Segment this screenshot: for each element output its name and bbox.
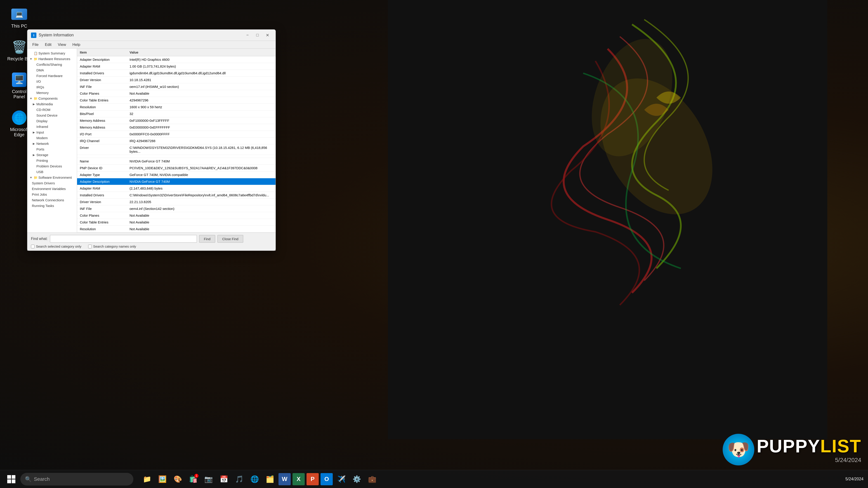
table-cell-value: NVIDIA GeForce GT 740M — [127, 158, 276, 165]
tree-problem-devices[interactable]: Problem Devices — [27, 163, 77, 169]
taskbar-app-camera[interactable]: 📷 — [202, 473, 215, 486]
tree-print-jobs[interactable]: Print Jobs — [27, 192, 77, 197]
table-row[interactable]: I/O Port0x0000FFC0-0x0000FFFF — [77, 131, 276, 138]
taskbar-app-vpn[interactable]: ✈️ — [335, 473, 348, 486]
table-row[interactable]: Bits/Pixel32 — [77, 110, 276, 117]
taskbar-app-browser[interactable]: 🌐 — [248, 473, 261, 486]
minimize-button[interactable]: − — [243, 32, 252, 39]
tree-components[interactable]: ▼ 📁 Components — [27, 96, 77, 101]
table-cell-value: 0xF1000000-0xF13FFFFF — [127, 117, 276, 124]
table-row[interactable]: Color PlanesNot Available — [77, 90, 276, 97]
maximize-button[interactable]: □ — [253, 32, 262, 39]
table-row[interactable]: PNP Device IDPCI\VEN_10DE&DEV_1292&SUBSY… — [77, 165, 276, 171]
tree-conflicts[interactable]: Conflicts/Sharing — [27, 62, 77, 67]
table-row[interactable]: IRQ ChannelIRQ 4294967288 — [77, 138, 276, 144]
tree-network-conn[interactable]: Network Connections — [27, 197, 77, 203]
this-pc-icon[interactable]: 💻 This PC — [4, 4, 34, 31]
tree-cdrom[interactable]: CD-ROM — [27, 107, 77, 112]
table-row[interactable]: Color Table Entries4294967296 — [77, 97, 276, 104]
table-cell-item: I/O Port — [77, 131, 127, 138]
find-input[interactable] — [50, 235, 197, 242]
tree-input[interactable]: ▶ Input — [27, 129, 77, 135]
table-row[interactable]: Adapter TypeGeForce GT 740M, NVIDIA comp… — [77, 171, 276, 178]
tree-infrared[interactable]: Infrared — [27, 124, 77, 129]
taskbar-app-excel[interactable]: X — [292, 473, 305, 485]
table-row[interactable]: Resolution1600 x 900 x 59 hertz — [77, 104, 276, 110]
tree-sound-device[interactable]: Sound Device — [27, 112, 77, 118]
tree-system-summary[interactable]: 📋 System Summary — [27, 51, 77, 56]
tree-label: Environment Variables — [32, 187, 66, 191]
taskbar-app-word[interactable]: W — [278, 473, 291, 485]
table-row[interactable]: Adapter DescriptionIntel(R) HD Graphics … — [77, 56, 276, 63]
tree-label: Memory — [36, 91, 49, 95]
table-row[interactable]: Installed Driversigdumdim64.dll,igd10ium… — [77, 70, 276, 76]
tree-printing[interactable]: Printing — [27, 158, 77, 163]
table-row[interactable]: INF Fileoem17.inf (iHSWM_w10 section) — [77, 84, 276, 90]
table-row[interactable]: Color PlanesNot Available — [77, 212, 276, 219]
table-row[interactable]: ResolutionNot Available — [77, 226, 276, 232]
search-category-names-input[interactable] — [88, 245, 92, 248]
tree-irqs[interactable]: IRQs — [27, 84, 77, 90]
tree-label: Printing — [36, 159, 48, 162]
tree-multimedia[interactable]: ▶ Multimedia — [27, 101, 77, 107]
tree-running-tasks[interactable]: Running Tasks — [27, 203, 77, 208]
table-row[interactable]: INF Fileoem4.inf (Section142 section) — [77, 205, 276, 212]
taskbar-app-work[interactable]: 💼 — [365, 473, 379, 486]
tree-usb[interactable]: USB — [27, 169, 77, 175]
table-row[interactable]: Driver Version22.21.13.8205 — [77, 199, 276, 205]
menu-view[interactable]: View — [55, 41, 69, 48]
search-selected-input[interactable] — [31, 245, 35, 248]
tree-ports[interactable]: Ports — [27, 147, 77, 152]
window-controls: − □ ✕ — [243, 32, 272, 39]
taskbar-app-settings[interactable]: ⚙️ — [350, 473, 364, 486]
taskbar-app-paint[interactable]: 🎨 — [171, 473, 184, 486]
tree-hardware-resources[interactable]: ▼ 📁 Hardware Resources — [27, 56, 77, 62]
table-row[interactable]: Adapter RAM(2,147,483,648) bytes — [77, 185, 276, 192]
taskbar-app-photos[interactable]: 🖼️ — [156, 473, 169, 486]
close-find-button[interactable]: Close Find — [217, 235, 243, 242]
taskbar-app-music[interactable]: 🎵 — [232, 473, 246, 486]
taskbar-app-organizer[interactable]: 🗂️ — [263, 473, 277, 486]
window-titlebar: ℹ System Information − □ ✕ — [27, 30, 276, 41]
table-row[interactable]: NameNVIDIA GeForce GT 740M — [77, 158, 276, 165]
search-selected-checkbox[interactable]: Search selected category only — [31, 245, 81, 248]
tree-env-vars[interactable]: Environment Variables — [27, 186, 77, 192]
tree-panel[interactable]: 📋 System Summary ▼ 📁 Hardware Resources … — [27, 48, 77, 232]
close-button[interactable]: ✕ — [263, 32, 272, 39]
menu-file[interactable]: File — [30, 41, 41, 48]
table-row[interactable]: Color Table EntriesNot Available — [77, 219, 276, 226]
data-panel[interactable]: Item Value Adapter DescriptionIntel(R) H… — [77, 48, 276, 232]
tree-display[interactable]: Display — [27, 118, 77, 124]
tree-io[interactable]: I/O — [27, 78, 77, 84]
search-category-names-checkbox[interactable]: Search category names only — [88, 245, 136, 248]
table-row[interactable]: Installed DriversC:\Windows\System32\Dri… — [77, 192, 276, 199]
table-row[interactable]: DriverC:\WINDOWS\SYSTEM32\DRIVERS\IGDKMD… — [77, 144, 276, 155]
menu-edit[interactable]: Edit — [42, 41, 54, 48]
tree-modem[interactable]: Modem — [27, 135, 77, 141]
table-row[interactable]: Memory Address0xE0000000-0xEFFFFFFF — [77, 124, 276, 131]
taskbar-search[interactable]: 🔍 Search — [20, 473, 133, 486]
table-row[interactable]: Driver Version10.18.15.4281 — [77, 76, 276, 84]
tree-network[interactable]: ▶ Network — [27, 141, 77, 147]
table-row[interactable] — [77, 155, 276, 158]
taskbar: 🔍 Search 📁🖼️🎨🛍️1📷📅🎵🌐🗂️WXPO✈️⚙️💼 5/24/202… — [0, 470, 868, 488]
taskbar-app-powerpoint[interactable]: P — [307, 473, 319, 485]
table-row[interactable]: Adapter RAM1.00 GB (1,073,741,824 bytes) — [77, 63, 276, 70]
taskbar-app-outlook[interactable]: O — [320, 473, 333, 485]
tree-memory[interactable]: Memory — [27, 90, 77, 96]
table-row[interactable]: Memory Address0xF1000000-0xF13FFFFF — [77, 117, 276, 124]
table-cell-item: Name — [77, 158, 127, 165]
table-cell-value: 10.18.15.4281 — [127, 76, 276, 84]
taskbar-app-file-explorer[interactable]: 📁 — [140, 473, 154, 486]
start-button[interactable] — [4, 473, 18, 486]
tree-forced-hardware[interactable]: Forced Hardware — [27, 73, 77, 78]
table-row[interactable]: Adapter DescriptionNVIDIA GeForce GT 740… — [77, 178, 276, 185]
find-button[interactable]: Find — [199, 235, 215, 242]
tree-software-env[interactable]: ▼ 📁 Software Environment — [27, 175, 77, 180]
tree-storage[interactable]: ▶ Storage — [27, 152, 77, 158]
tree-system-drivers[interactable]: System Drivers — [27, 180, 77, 186]
taskbar-app-store[interactable]: 🛍️1 — [186, 473, 200, 486]
menu-help[interactable]: Help — [70, 41, 83, 48]
taskbar-app-calendar[interactable]: 📅 — [217, 473, 230, 486]
tree-dma[interactable]: DMA — [27, 67, 77, 73]
